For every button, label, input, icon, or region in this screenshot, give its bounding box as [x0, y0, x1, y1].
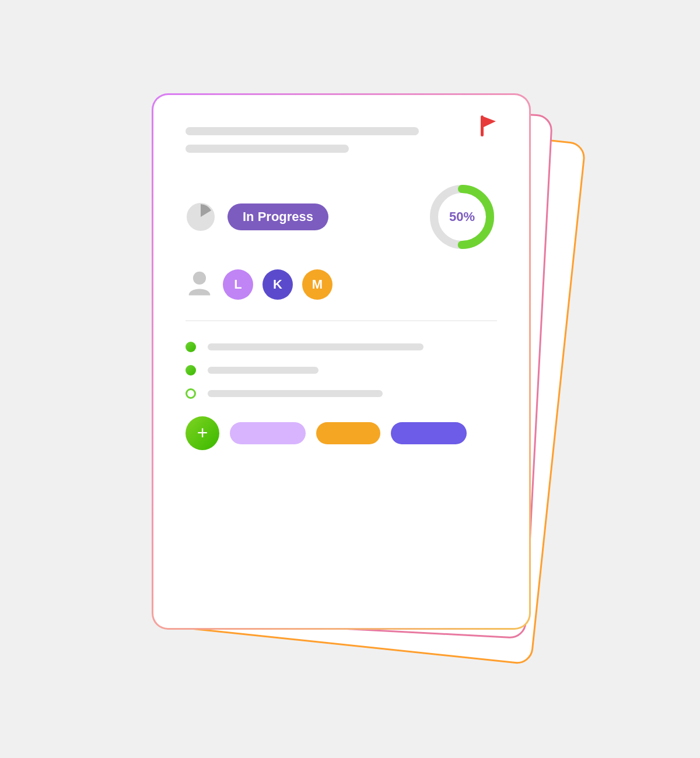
avatar-l-label: L [234, 277, 242, 292]
pill-purple[interactable] [391, 422, 467, 444]
pill-lavender[interactable] [230, 422, 306, 444]
pill-orange[interactable] [316, 422, 380, 444]
bullet-filled-1 [186, 342, 196, 352]
in-progress-badge[interactable]: In Progress [228, 203, 328, 230]
person-icon [186, 271, 214, 299]
flag-icon [478, 115, 497, 138]
divider [186, 320, 497, 321]
progress-donut: 50% [427, 182, 497, 252]
clock-icon [186, 202, 216, 232]
svg-point-5 [193, 272, 206, 285]
task-item-1 [186, 342, 497, 352]
task-item-3 [186, 388, 497, 399]
title-bar-1 [186, 127, 419, 135]
status-left: In Progress [186, 202, 328, 232]
svg-rect-0 [481, 115, 484, 136]
action-row: + [186, 416, 497, 450]
title-bar-2 [186, 145, 349, 153]
task-bar-3 [208, 390, 383, 397]
avatar-k: K [262, 269, 293, 300]
assignees-row: L K M [186, 269, 497, 300]
avatar-k-label: K [273, 277, 282, 292]
bullet-empty-1 [186, 388, 196, 399]
avatar-m-label: M [312, 277, 323, 292]
task-bar-2 [208, 367, 318, 374]
title-section [186, 127, 497, 153]
status-row: In Progress 50% [186, 182, 497, 252]
task-item-2 [186, 365, 497, 376]
add-button[interactable]: + [186, 416, 219, 450]
add-icon: + [197, 423, 208, 442]
progress-label: 50% [449, 209, 475, 224]
task-list [186, 342, 497, 399]
avatar-l: L [223, 269, 253, 300]
card-front: In Progress 50% [152, 93, 531, 630]
card-stack: In Progress 50% [146, 87, 554, 671]
task-bar-1 [208, 343, 424, 350]
svg-marker-1 [484, 117, 496, 127]
avatar-m: M [302, 269, 332, 300]
in-progress-label: In Progress [243, 209, 313, 224]
bullet-filled-2 [186, 365, 196, 376]
